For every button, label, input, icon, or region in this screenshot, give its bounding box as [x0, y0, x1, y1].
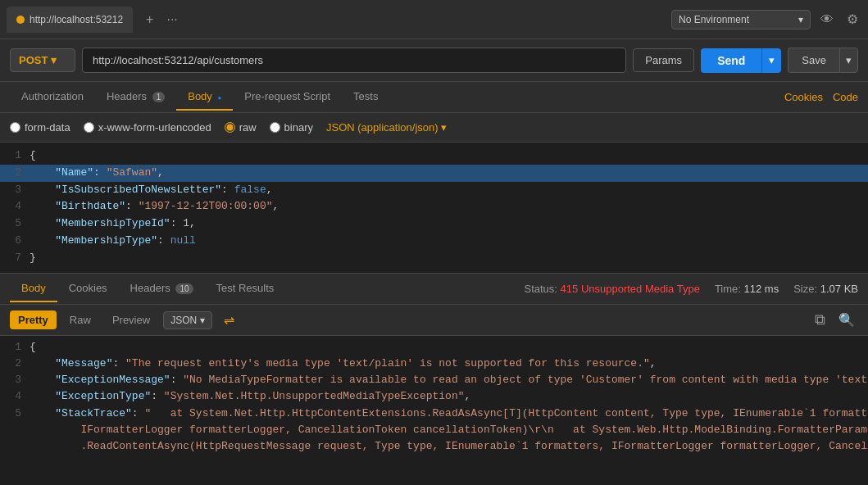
size-section: Size: 1.07 KB — [793, 283, 858, 295]
req-linecontent-4: "Birthdate": "1997-12-12T00:00:00", — [30, 198, 279, 215]
resp-headers-badge: 10 — [175, 283, 193, 294]
eye-icon-button[interactable]: 👁 — [817, 9, 837, 30]
resp-tab-headers[interactable]: Headers 10 — [119, 275, 205, 302]
req-linenum-5: 5 — [0, 215, 30, 233]
resp-tab-cookies-label: Cookies — [69, 282, 107, 294]
json-format-chevron-icon: ▾ — [441, 121, 447, 134]
urlencoded-option[interactable]: x-www-form-urlencoded — [84, 121, 211, 134]
params-button[interactable]: Params — [633, 48, 694, 72]
format-chevron-icon: ▾ — [200, 315, 205, 326]
fmt-tab-preview[interactable]: Preview — [104, 310, 158, 329]
fmt-right-actions: ⧉ 🔍 — [811, 308, 858, 332]
fmt-tab-preview-label: Preview — [112, 314, 150, 326]
format-select[interactable]: JSON ▾ — [163, 311, 212, 329]
resp-linecontent-3: "ExceptionMessage": "No MediaTypeFormatt… — [30, 372, 868, 388]
resp-line-5c: cancellationToken)" — [0, 455, 868, 457]
new-tab-button[interactable]: + — [141, 9, 158, 30]
raw-radio[interactable] — [225, 122, 235, 133]
tab-tests-label: Tests — [353, 90, 378, 102]
fmt-tab-raw-label: Raw — [70, 314, 91, 326]
resp-linenum-5a — [0, 422, 30, 438]
browser-tab[interactable]: http://localhost:53212 — [7, 7, 133, 33]
send-button[interactable]: Send — [701, 48, 761, 73]
time-value: 112 ms — [744, 283, 779, 295]
req-line-5: 5 "MembershipTypeId": 1, — [0, 215, 868, 233]
save-dropdown-button[interactable]: ▾ — [839, 48, 858, 73]
status-section: Status: 415 Unsupported Media Type — [524, 283, 699, 295]
resp-line-4: 4 "ExceptionType": "System.Net.Http.Unsu… — [0, 388, 868, 405]
req-linecontent-3: "IsSubscribedToNewsLetter": false, — [30, 182, 273, 199]
resp-linenum-4: 4 — [0, 388, 30, 405]
tab-prerequest[interactable]: Pre-request Script — [233, 84, 342, 111]
req-linenum-4: 4 — [0, 198, 30, 215]
tab-favicon — [16, 16, 25, 24]
json-format-select[interactable]: JSON (application/json) ▾ — [326, 121, 447, 134]
req-linecontent-5: "MembershipTypeId": 1, — [30, 215, 196, 233]
gear-icon-button[interactable]: ⚙ — [843, 8, 861, 30]
save-button[interactable]: Save — [788, 48, 839, 73]
request-tabs: Authorization Headers 1 Body ● Pre-reque… — [0, 82, 868, 113]
resp-tab-cookies[interactable]: Cookies — [57, 275, 119, 302]
send-dropdown-button[interactable]: ▾ — [761, 48, 781, 73]
status-value: 415 Unsupported Media Type — [561, 283, 700, 295]
request-body-editor[interactable]: 1 { 2 "Name": "Safwan", 3 "IsSubscribedT… — [0, 143, 868, 274]
url-bar: POST ▾ Params Send ▾ Save ▾ — [0, 39, 868, 82]
resp-tab-body[interactable]: Body — [10, 275, 57, 302]
tab-headers[interactable]: Headers 1 — [95, 84, 176, 111]
form-data-option[interactable]: form-data — [10, 121, 70, 134]
copy-button[interactable]: ⧉ — [811, 308, 829, 332]
env-select[interactable]: No Environment ▾ — [671, 10, 811, 29]
time-label: Time: — [715, 283, 741, 295]
fmt-tab-pretty[interactable]: Pretty — [10, 310, 57, 329]
more-button[interactable]: ··· — [161, 9, 182, 30]
fmt-tab-pretty-label: Pretty — [18, 314, 48, 326]
resp-linenum-5c — [0, 455, 30, 457]
req-line-6: 6 "MembershipType": null — [0, 233, 868, 250]
browser-actions: + ··· — [141, 9, 183, 30]
time-section: Time: 112 ms — [715, 283, 779, 295]
tab-headers-label: Headers — [107, 90, 147, 102]
resp-linecontent-4: "ExceptionType": "System.Net.Http.Unsupp… — [30, 388, 470, 405]
resp-tab-headers-label: Headers — [130, 282, 170, 294]
tab-tests[interactable]: Tests — [342, 84, 389, 111]
req-linecontent-2: "Name": "Safwan", — [30, 165, 164, 182]
tab-url: http://localhost:53212 — [30, 14, 123, 25]
resp-linenum-3: 3 — [0, 372, 30, 388]
resp-line-2: 2 "Message": "The request entity's media… — [0, 356, 868, 372]
size-value: 1.07 KB — [820, 283, 858, 295]
tab-authorization[interactable]: Authorization — [10, 84, 95, 111]
method-chevron-icon: ▾ — [51, 54, 57, 66]
resp-linecontent-2: "Message": "The request entity's media t… — [30, 356, 657, 372]
raw-option[interactable]: raw — [225, 121, 257, 134]
env-label: No Environment — [679, 14, 749, 25]
req-line-3: 3 "IsSubscribedToNewsLetter": false, — [0, 182, 868, 199]
req-line-7: 7 } — [0, 250, 868, 267]
code-link[interactable]: Code — [833, 91, 858, 103]
eye-icon: 👁 — [820, 12, 834, 26]
gear-icon: ⚙ — [847, 12, 858, 26]
binary-radio[interactable] — [270, 122, 280, 133]
tab-body-label: Body — [188, 90, 212, 102]
browser-bar: http://localhost:53212 + ··· No Environm… — [0, 0, 868, 39]
method-select[interactable]: POST ▾ — [10, 48, 75, 72]
tab-body[interactable]: Body ● — [176, 84, 233, 111]
req-linecontent-1: { — [30, 147, 36, 165]
resp-line-3: 3 "ExceptionMessage": "No MediaTypeForma… — [0, 372, 868, 388]
resp-line-5a: IFormatterLogger formatterLogger, Cancel… — [0, 422, 868, 438]
binary-option[interactable]: binary — [270, 121, 313, 134]
form-data-radio[interactable] — [10, 122, 20, 133]
req-linenum-3: 3 — [0, 182, 30, 199]
wrap-icon[interactable]: ⇌ — [224, 312, 234, 328]
resp-tab-testresults[interactable]: Test Results — [205, 275, 286, 302]
req-linecontent-6: "MembershipType": null — [30, 233, 196, 250]
form-data-label: form-data — [25, 121, 70, 134]
req-line-4: 4 "Birthdate": "1997-12-12T00:00:00", — [0, 198, 868, 215]
cookies-link[interactable]: Cookies — [784, 91, 823, 103]
fmt-tab-raw[interactable]: Raw — [61, 310, 99, 329]
search-resp-button[interactable]: 🔍 — [835, 308, 858, 332]
resp-line-5b: .ReadContentAsync(HttpRequestMessage req… — [0, 438, 868, 455]
url-input[interactable] — [82, 48, 626, 73]
req-tab-right: Cookies Code — [784, 91, 858, 103]
urlencoded-radio[interactable] — [84, 122, 94, 133]
raw-label: raw — [239, 121, 257, 134]
